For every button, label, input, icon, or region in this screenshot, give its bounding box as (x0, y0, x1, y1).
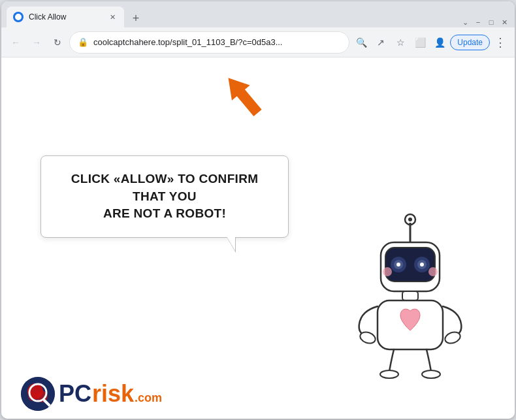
tab-title: Click Allow (29, 12, 102, 22)
pcrisk-logo-icon (21, 377, 55, 411)
address-bar[interactable]: 🔒 coolcaptchahere.top/split_01_1103_B/?c… (69, 31, 349, 54)
tab-close-button[interactable]: ✕ (107, 12, 118, 22)
speech-bubble: CLICK «ALLOW» TO CONFIRM THAT YOU ARE NO… (40, 155, 289, 238)
active-tab[interactable]: Click Allow ✕ (7, 7, 124, 27)
minimize-button[interactable]: − (473, 17, 483, 27)
url-display: coolcaptchahere.top/split_01_1103_B/?c=0… (93, 37, 341, 47)
chevron-down-icon[interactable]: ⌄ (460, 17, 470, 27)
back-button[interactable]: ← (7, 33, 25, 52)
new-tab-button[interactable]: + (127, 9, 145, 27)
dotcom-logo-text: .com (135, 391, 162, 405)
page-content: CLICK «ALLOW» TO CONFIRM THAT YOU ARE NO… (1, 57, 515, 419)
svg-point-19 (422, 370, 440, 378)
svg-rect-14 (402, 291, 418, 300)
share-icon[interactable]: ↗ (372, 33, 390, 52)
close-button[interactable]: ✕ (499, 17, 509, 27)
svg-point-11 (420, 263, 424, 267)
bubble-text: CLICK «ALLOW» TO CONFIRM THAT YOU ARE NO… (59, 170, 270, 223)
svg-point-13 (428, 267, 438, 276)
forward-button[interactable]: → (27, 33, 46, 52)
pcrisk-text-logo: PC risk .com (59, 382, 162, 406)
nav-icons-group: 🔍 ↗ ☆ ⬜ 👤 Update ⋮ (352, 33, 509, 52)
profile-icon[interactable]: 👤 (430, 33, 449, 52)
refresh-button[interactable]: ↻ (48, 33, 67, 52)
bookmark-icon[interactable]: ☆ (391, 33, 410, 52)
update-button[interactable]: Update (450, 35, 490, 50)
svg-point-18 (380, 370, 398, 378)
svg-point-12 (383, 267, 392, 276)
svg-point-3 (408, 218, 412, 221)
window-controls: ⌄ − □ ✕ (460, 17, 515, 27)
maximize-button[interactable]: □ (486, 17, 496, 27)
browser-window: Click Allow ✕ + ⌄ − □ ✕ ← → ↻ 🔒 coolcapt… (1, 1, 515, 419)
chrome-menu-button[interactable]: ⋮ (491, 33, 509, 52)
pcrisk-watermark: PC risk .com (21, 377, 162, 411)
robot-illustration (345, 210, 476, 380)
risk-logo-text: risk (92, 382, 134, 406)
svg-point-8 (396, 263, 400, 267)
extensions-icon[interactable]: ⬜ (411, 33, 429, 52)
lock-icon: 🔒 (78, 37, 88, 47)
tab-favicon-icon (13, 12, 24, 22)
svg-marker-0 (219, 71, 267, 121)
navigation-bar: ← → ↻ 🔒 coolcaptchahere.top/split_01_110… (1, 27, 515, 57)
tab-bar: Click Allow ✕ + ⌄ − □ ✕ (1, 1, 515, 27)
search-icon[interactable]: 🔍 (352, 33, 370, 52)
pc-logo-text: PC (59, 382, 91, 406)
